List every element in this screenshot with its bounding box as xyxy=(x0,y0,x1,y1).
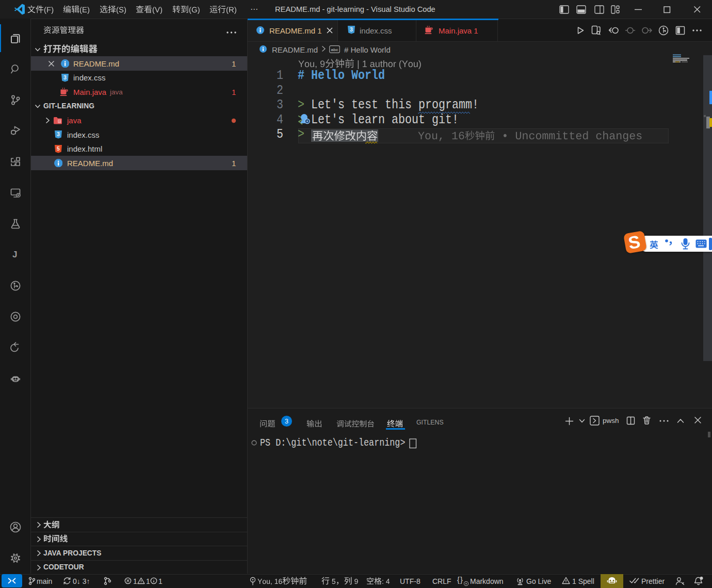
svg-text:3: 3 xyxy=(57,131,60,137)
svg-text:3: 3 xyxy=(285,417,288,424)
svg-text:5: 5 xyxy=(57,145,60,152)
svg-text:abc: abc xyxy=(331,47,338,52)
svg-text:3: 3 xyxy=(63,74,67,80)
svg-text:3: 3 xyxy=(350,26,353,32)
